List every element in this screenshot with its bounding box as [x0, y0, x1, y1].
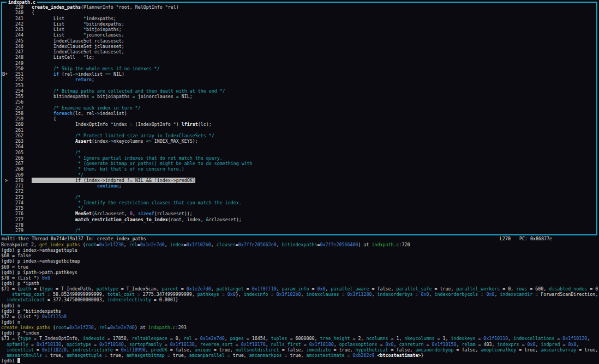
source-code: */: [32, 205, 83, 211]
text-segment: = 6000000,: [287, 336, 320, 341]
text-segment: parallel_workers: [456, 286, 500, 292]
text-segment: 0x1e2e7d0: [140, 242, 165, 247]
text-segment: ,: [334, 342, 339, 347]
source-code: foreach(lc, rel->indexlist): [32, 111, 127, 116]
source-code-lines[interactable]: 239create_index_paths(PlannerInfo *root,…: [2, 3, 596, 234]
text-segment: nullsnotdistinct: [236, 347, 279, 353]
source-code: List *bitindexpaths;: [32, 21, 124, 27]
source-code: List *bitjoinpaths;: [32, 27, 122, 32]
text-segment: clauses: [217, 242, 236, 247]
text-segment: = 403,: [476, 342, 498, 347]
text-segment: (IndexOptInfo: [133, 122, 173, 127]
line-number: 275: [15, 205, 32, 211]
text-segment: relam: [462, 342, 476, 347]
text-segment: joinorclauses: [135, 94, 176, 99]
text-segment: rel: [184, 336, 192, 341]
gdb-output-line: $73 = {type = T_IndexOptInfo, indexoid =…: [1, 336, 599, 341]
text-segment: immediate: [307, 347, 331, 353]
source-line: 269 */: [2, 172, 596, 178]
text-segment: (index: [92, 138, 108, 144]
text-segment: /*: [32, 228, 81, 233]
text-segment: ,: [587, 336, 590, 341]
text-segment: ,: [457, 342, 462, 347]
status-line-indicator: L270: [500, 236, 511, 241]
text-segment: index: [113, 122, 130, 127]
text-segment: indexscandir: [500, 292, 532, 297]
line-number: 243: [15, 27, 32, 32]
text-segment: 0x1e2e7d0: [187, 286, 211, 292]
gdb-console[interactable]: Breakpoint 2, get_index_paths (root=0x1e…: [1, 242, 599, 364]
line-number: 245: [15, 38, 32, 44]
text-segment: ,: [326, 286, 331, 292]
text-segment: rel: [99, 325, 107, 330]
text-segment: lc;: [86, 54, 94, 60]
gdb-output-line: (gdb) p index->amhasgettuple: [1, 247, 599, 253]
text-segment: $73 = {: [1, 336, 20, 341]
text-segment: [32, 138, 75, 144]
text-segment: ,: [576, 342, 579, 347]
text-segment: :720: [399, 242, 410, 247]
source-line: 272: [2, 189, 596, 194]
text-segment: [32, 183, 97, 189]
line-number: 269: [15, 172, 32, 178]
source-line: 257 /* Examine each index in turn */: [2, 105, 596, 111]
source-window: indxpath.c 239create_index_paths(Planner…: [1, 2, 597, 235]
source-line: 275 */: [2, 205, 596, 211]
gdb-output-line: $71 = {path = {type = T_IndexPath, patht…: [1, 286, 599, 292]
line-number: 248: [15, 54, 32, 60]
line-number: 277: [15, 217, 32, 222]
source-code: bitindexpaths = bitjoinpaths = joinorcla…: [32, 94, 193, 99]
text-segment: = true,: [211, 347, 236, 353]
text-segment: NIL): [111, 71, 124, 77]
gdb-tui-terminal: indxpath.c 239create_index_paths(Planner…: [0, 0, 599, 364]
current-line-marker: >: [2, 178, 15, 183]
text-segment: bitjoinpaths;: [86, 27, 122, 32]
text-segment: $69 = true: [1, 264, 28, 270]
text-segment: MemSet: [75, 211, 92, 216]
text-segment: 0x0: [318, 286, 326, 292]
text-segment: ,: [146, 347, 151, 353]
line-number: 258: [15, 111, 32, 116]
text-segment: 0x1f11280: [348, 292, 372, 297]
text-segment: $68 = false: [1, 253, 31, 258]
text-segment: ;: [119, 183, 122, 189]
text-segment: pages: [230, 336, 244, 341]
terminal-cursor[interactable]: [17, 358, 20, 363]
text-segment: bitindexpaths: [282, 242, 318, 247]
source-line: 261: [2, 128, 596, 133]
status-pc-indicator: PC: 0x86877e: [519, 236, 552, 241]
text-segment: sortopfamily: [129, 342, 162, 347]
text-segment: $71 = {: [1, 286, 20, 292]
text-segment: ,: [165, 242, 170, 247]
text-segment: = true,: [432, 286, 456, 292]
text-segment: = true,: [331, 347, 356, 353]
text-segment: continue: [97, 183, 119, 189]
source-line: 279 /*: [2, 228, 596, 233]
text-segment: disabled_nodes: [549, 286, 587, 292]
line-number: 244: [15, 32, 32, 38]
source-line: 249: [2, 60, 596, 66]
gdb-output-line: (gdb) p *ipath: [1, 281, 599, 286]
text-segment: indexclauses: [307, 292, 339, 297]
text-segment: =: [560, 342, 568, 347]
text-segment: List: [32, 27, 83, 32]
text-segment: <btcostestimate>: [377, 353, 421, 358]
text-segment: rows: [516, 286, 527, 292]
breakpoint-marker: B+: [2, 71, 15, 77]
status-thread-info: multi-thre Thread 0x7f4e19a137 In: creat…: [0, 236, 146, 241]
text-segment: = ForwardScanDirection,: [532, 292, 598, 297]
source-line: 258 foreach(lc, rel->indexlist): [2, 111, 596, 116]
text-segment: = false,: [453, 347, 481, 353]
source-line: 264: [2, 144, 596, 149]
text-segment: amcanmarkpos: [249, 353, 282, 358]
text-segment: {: [32, 116, 56, 122]
source-line: 276 MemSet(&rclauseset, 0, sizeof(rclaus…: [2, 211, 596, 216]
text-segment: = true,: [282, 353, 307, 358]
text-segment: match_restriction_clauses_to_index: [75, 217, 168, 222]
text-segment: = true,: [42, 353, 67, 358]
source-line: 273 /*: [2, 195, 596, 200]
text-segment: 0x1f0ff10: [252, 286, 277, 292]
text-segment: =: [91, 342, 99, 347]
text-segment: param_info: [282, 286, 309, 292]
text-segment: IndexClauseSet rclauseset;: [32, 38, 124, 44]
